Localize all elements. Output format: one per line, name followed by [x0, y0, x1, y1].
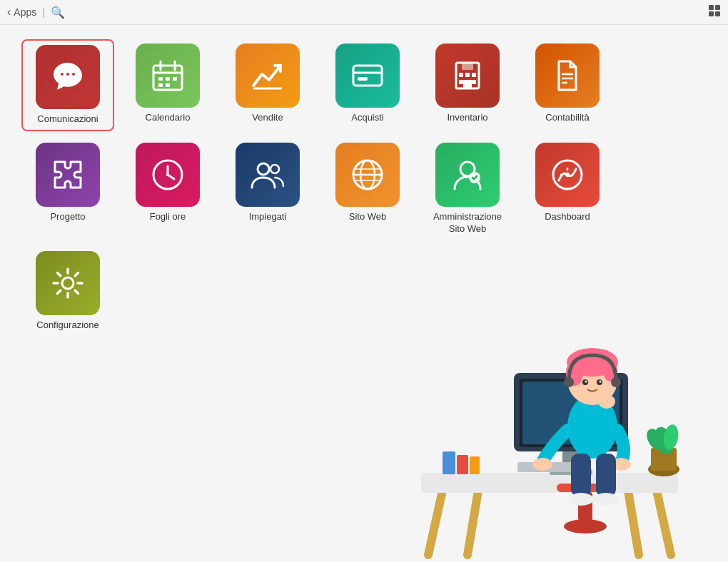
app-item-progetto[interactable]: Progetto: [21, 138, 114, 240]
svg-point-77: [611, 458, 631, 471]
app-label-configurazione: Configurazione: [36, 320, 98, 332]
svg-point-70: [603, 360, 617, 382]
svg-rect-50: [457, 455, 468, 474]
svg-point-74: [600, 381, 602, 383]
svg-rect-48: [421, 473, 678, 493]
svg-rect-3: [715, 11, 720, 16]
svg-rect-49: [443, 451, 455, 474]
app-item-acquisti[interactable]: Acquisti: [321, 39, 414, 131]
svg-rect-20: [465, 73, 470, 77]
svg-rect-10: [173, 77, 177, 81]
svg-rect-64: [578, 492, 592, 521]
app-icon-acquisti: [335, 44, 400, 108]
app-item-configurazione[interactable]: Configurazione: [21, 247, 114, 336]
svg-point-43: [62, 277, 74, 289]
app-item-impiegati[interactable]: Impiegati: [221, 138, 314, 240]
app-label-amm-sito-web: Amministrazione Sito Web: [425, 211, 510, 235]
app-icon-amm-sito-web: [435, 143, 500, 207]
svg-point-76: [532, 458, 552, 471]
svg-line-47: [628, 491, 639, 555]
svg-rect-0: [709, 5, 714, 10]
app-item-vendite[interactable]: Vendite: [221, 39, 314, 131]
svg-point-71: [582, 379, 588, 385]
back-label: Apps: [14, 6, 36, 18]
svg-point-62: [643, 426, 667, 453]
app-label-comunicazioni: Comunicazioni: [37, 113, 98, 126]
svg-rect-22: [459, 80, 463, 84]
svg-rect-78: [571, 454, 591, 496]
search-icon[interactable]: 🔍: [51, 6, 65, 19]
back-button[interactable]: ‹ Apps: [7, 6, 36, 19]
apps-grid: ComunicazioniCalendarioVenditeAcquistiIn…: [0, 25, 728, 350]
topbar: ‹ Apps | 🔍: [0, 0, 728, 25]
app-label-impiegati: Impiegati: [249, 211, 287, 223]
app-item-contabilita[interactable]: Contabilità: [521, 39, 614, 131]
app-item-comunicazioni[interactable]: Comunicazioni: [21, 39, 114, 131]
app-icon-contabilita: [535, 44, 600, 108]
svg-rect-56: [550, 469, 592, 475]
svg-rect-55: [562, 451, 580, 474]
app-label-sito-web: Sito Web: [349, 211, 387, 223]
app-label-vendite: Vendite: [252, 112, 283, 124]
svg-point-67: [567, 355, 617, 405]
svg-rect-24: [463, 80, 472, 88]
svg-rect-54: [522, 382, 620, 444]
app-label-acquisti: Acquisti: [351, 112, 384, 124]
svg-point-82: [564, 377, 574, 387]
app-item-sito-web[interactable]: Sito Web: [321, 138, 414, 240]
svg-point-58: [648, 462, 679, 476]
svg-rect-21: [472, 73, 476, 77]
app-icon-dashboard: [535, 143, 600, 207]
app-item-amm-sito-web[interactable]: Amministrazione Sito Web: [421, 138, 514, 240]
svg-rect-52: [514, 373, 628, 451]
app-item-fogli-ore[interactable]: Fogli ore: [121, 138, 214, 240]
svg-point-80: [568, 493, 594, 506]
app-icon-comunicazioni: [36, 45, 100, 109]
svg-rect-16: [358, 77, 368, 81]
svg-rect-12: [166, 83, 170, 87]
app-label-calendario: Calendario: [146, 112, 191, 124]
svg-point-32: [258, 163, 269, 175]
svg-line-45: [657, 491, 671, 555]
settings-icon[interactable]: [708, 4, 721, 20]
app-label-fogli-ore: Fogli ore: [150, 211, 186, 223]
svg-point-75: [598, 394, 615, 409]
app-icon-impiegati: [236, 143, 300, 207]
svg-rect-11: [158, 83, 163, 87]
svg-rect-53: [520, 379, 622, 447]
app-item-dashboard[interactable]: Dashboard: [521, 138, 614, 240]
app-icon-progetto: [36, 143, 100, 207]
svg-rect-23: [472, 80, 476, 84]
app-label-contabilita: Contabilità: [545, 112, 589, 124]
app-icon-vendite: [236, 44, 300, 108]
svg-rect-79: [596, 454, 616, 496]
svg-point-61: [662, 424, 680, 451]
chevron-left-icon: ‹: [7, 6, 11, 19]
svg-rect-14: [353, 66, 382, 86]
svg-point-66: [567, 394, 617, 459]
svg-rect-8: [158, 77, 163, 81]
svg-point-81: [593, 493, 619, 506]
svg-point-73: [585, 381, 587, 383]
svg-rect-51: [470, 456, 480, 474]
svg-rect-59: [651, 448, 677, 471]
svg-point-69: [566, 360, 583, 386]
svg-point-40: [565, 173, 570, 177]
app-icon-sito-web: [335, 143, 400, 207]
divider: |: [42, 6, 45, 18]
svg-point-68: [567, 348, 618, 377]
svg-point-31: [166, 173, 169, 176]
app-icon-inventario: [435, 44, 500, 108]
app-item-calendario[interactable]: Calendario: [121, 39, 214, 131]
svg-rect-1: [715, 5, 720, 10]
app-item-inventario[interactable]: Inventario: [421, 39, 514, 131]
svg-point-33: [271, 165, 279, 173]
svg-rect-9: [166, 77, 170, 81]
svg-rect-18: [462, 63, 473, 70]
svg-rect-57: [517, 462, 589, 472]
svg-line-44: [428, 491, 443, 555]
svg-rect-63: [557, 484, 614, 492]
svg-point-60: [651, 424, 677, 457]
svg-line-46: [467, 491, 478, 555]
app-label-progetto: Progetto: [50, 211, 85, 223]
